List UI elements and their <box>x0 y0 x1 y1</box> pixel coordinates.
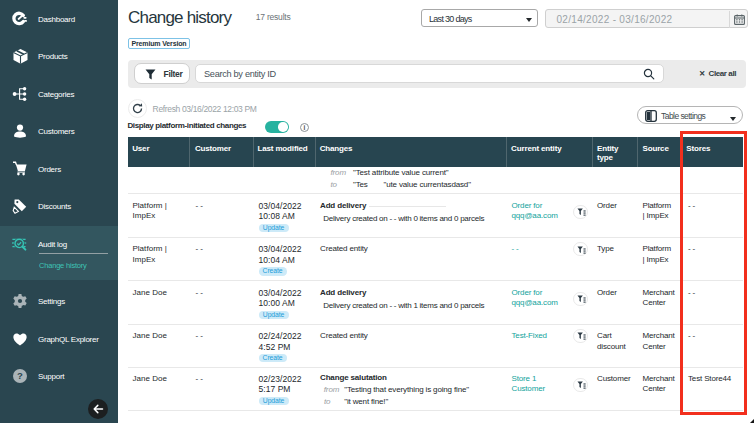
svg-text:?: ? <box>17 370 23 381</box>
